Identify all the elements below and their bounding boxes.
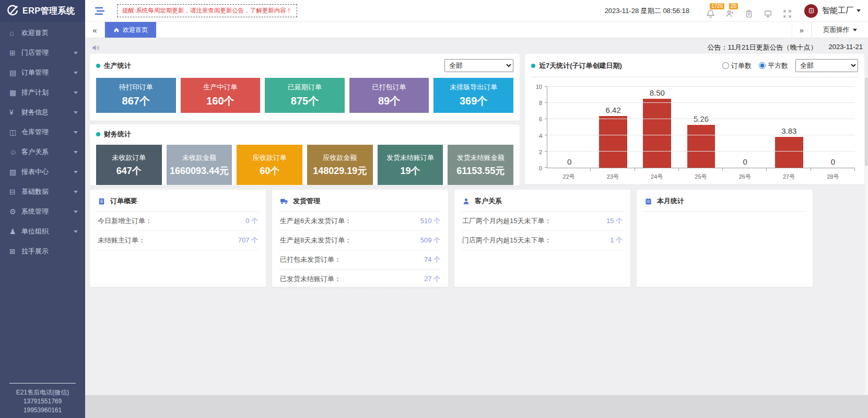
sidebar-item-客户关系[interactable]: ☺客户关系 [0,142,85,162]
bar-slot[interactable]: 0 [547,87,591,168]
summary-row-value[interactable]: 15 个 [606,216,623,226]
x-axis-labels: 22号23号24号25号26号27号28号 [547,173,855,181]
summary-row[interactable]: 今日新增主订单：0 个 [97,212,259,231]
summary-row[interactable]: 生产超6天未发货订单：510 个 [279,212,441,231]
fullscreen-button[interactable] [783,3,792,18]
sidebar-item-财务信息[interactable]: ¥财务信息 [0,102,85,122]
y-tick-label: 2 [539,149,542,155]
summary-row-value[interactable]: 707 个 [238,236,258,245]
sidebar-item-拉手展示[interactable]: ⊠拉手展示 [0,241,85,261]
chart-filter-select[interactable]: 全部 [795,59,858,72]
org-icon: ♟ [9,227,21,236]
sidebar-item-label: 欢迎首页 [21,28,78,38]
stat-card[interactable]: 待打印订单867个 [96,78,176,113]
summary-row-value[interactable]: 509 个 [420,236,440,245]
panel-rows: 今日新增主订单：0 个未结账主订单：707 个 [97,212,259,250]
notifications-badge: 1726 [710,3,724,9]
warehouse-icon: ◫ [9,128,21,136]
stat-card-label: 生产中订单 [203,83,237,92]
page-actions-menu[interactable]: 页面操作 [812,22,868,38]
radio-square-count[interactable]: 平方数 [759,61,788,71]
summary-row[interactable]: 工厂两个月内超15天未下单：15 个 [461,212,624,231]
stat-card-label: 已延期订单 [288,83,322,92]
tabs-scroll-right-button[interactable]: » [792,22,812,38]
summary-row[interactable]: 生产超8天未发货订单：509 个 [279,231,441,250]
sidebar-item-报表中心[interactable]: ▧报表中心 [0,162,85,182]
sidebar-item-门店管理[interactable]: ⊞门店管理 [0,43,85,63]
summary-row-value[interactable]: 0 个 [245,216,258,226]
x-tick-label: 26号 [723,173,767,181]
finance-icon: ¥ [9,108,21,117]
speaker-icon[interactable] [91,43,100,52]
sidebar-item-单位组织[interactable]: ♟单位组织 [0,222,85,241]
erp-dashboard: ERP管理系统 ⌂欢迎首页⊞门店管理▤订单管理▦排产计划¥财务信息◫仓库管理☺客… [0,0,868,418]
stat-card[interactable]: 已打包订单89个 [349,78,429,113]
user-menu[interactable]: 智能工厂 [822,6,861,16]
summary-row-value[interactable]: 1 个 [610,236,623,245]
finance-cards: 未收款订单647个未收款金额1660093.44元应收款订单60个应收款金额14… [96,145,513,185]
sidebar-item-基础数据[interactable]: ⊟基础数据 [0,182,85,202]
chevron-down-icon [74,131,78,134]
clipboard-icon [745,10,753,18]
stat-card[interactable]: 应收款金额148029.19元 [307,145,373,185]
announcement-title[interactable]: 公告：11月21日更新公告（晚十点） [707,43,817,52]
y-tick-label: 0 [539,165,542,171]
clipboard-button[interactable] [745,4,753,18]
summary-row[interactable]: 已打包未发货订单：74 个 [279,250,441,270]
summary-row[interactable]: 门店两个月内超15天未下单：1 个 [461,231,624,250]
summary-row-label: 生产超8天未发货订单： [280,236,351,245]
stat-card-value: 19个 [401,165,420,177]
scrollbar-thumb[interactable] [865,77,868,166]
stat-card[interactable]: 未收款金额1660093.44元 [167,145,232,185]
summary-row-value[interactable]: 510 个 [420,216,440,226]
summary-row[interactable]: 未结账主订单：707 个 [97,231,259,250]
sidebar-item-仓库管理[interactable]: ◫仓库管理 [0,122,85,142]
bar-value-label: 0 [567,157,571,166]
stat-card-label: 待打印订单 [119,83,153,92]
production-stats-panel: 生产统计 全部 待打印订单867个生产中订单160个已延期订单875个已打包订单… [90,54,520,121]
bar-slot[interactable]: 0 [811,87,855,168]
summary-row[interactable]: 已发货未结账订单：27 个 [279,270,441,289]
tab-welcome-home[interactable]: 欢迎首页 [105,22,156,38]
sidebar-item-排产计划[interactable]: ▦排产计划 [0,83,85,102]
stat-card[interactable]: 应收款订单60个 [237,145,302,185]
bar-slot[interactable]: 8.50 [635,87,679,168]
stat-card[interactable]: 未收款订单647个 [96,145,162,185]
stat-card-label: 发货未结账金额 [457,153,505,162]
bar-slot[interactable]: 3.83 [767,87,811,168]
bar-slot[interactable]: 5.26 [679,87,723,168]
notifications-button[interactable]: 1726 [706,3,715,18]
hamburger-icon[interactable] [94,6,105,16]
tabs-scroll-left-button[interactable]: « [85,22,105,38]
sidebar-item-label: 拉手展示 [21,247,78,256]
avatar[interactable] [804,4,818,18]
stat-card-value: 1660093.44元 [170,165,229,177]
bar-slot[interactable]: 6.42 [591,87,635,168]
stat-card-label: 未收款金额 [182,153,216,162]
x-tick-label: 25号 [679,173,723,181]
contacts-button[interactable]: 20 [725,3,734,18]
stat-card[interactable]: 未排版导出订单369个 [433,78,513,113]
sidebar-item-订单管理[interactable]: ▤订单管理 [0,63,85,83]
monitor-button[interactable] [764,3,772,18]
bar-value-label: 6.42 [606,106,621,114]
stat-card[interactable]: 生产中订单160个 [181,78,261,113]
y-tick-label: 4 [539,133,542,139]
sidebar-item-欢迎首页[interactable]: ⌂欢迎首页 [0,23,85,43]
vertical-scrollbar[interactable] [865,76,868,418]
stat-card-label: 已打包订单 [372,83,406,92]
stat-card-value: 61153.55元 [456,165,505,177]
summary-row-value[interactable]: 74 个 [424,255,440,264]
radio-input[interactable] [722,62,729,69]
radio-input[interactable] [759,62,766,69]
bar-slot[interactable]: 0 [723,87,767,168]
sidebar-item-系统管理[interactable]: ⚙系统管理 [0,202,85,222]
finance-stats-panel: 财务统计 未收款订单647个未收款金额1660093.44元应收款订单60个应收… [90,124,520,185]
radio-order-count[interactable]: 订单数 [722,61,752,71]
summary-row-value[interactable]: 27 个 [424,274,440,284]
x-tick-mark [591,168,635,171]
stat-card[interactable]: 发货未结账金额61153.55元 [448,145,513,185]
stat-card[interactable]: 发货未结账订单19个 [378,145,443,185]
stat-card[interactable]: 已延期订单875个 [265,78,345,113]
production-filter-select[interactable]: 全部 [444,59,513,72]
